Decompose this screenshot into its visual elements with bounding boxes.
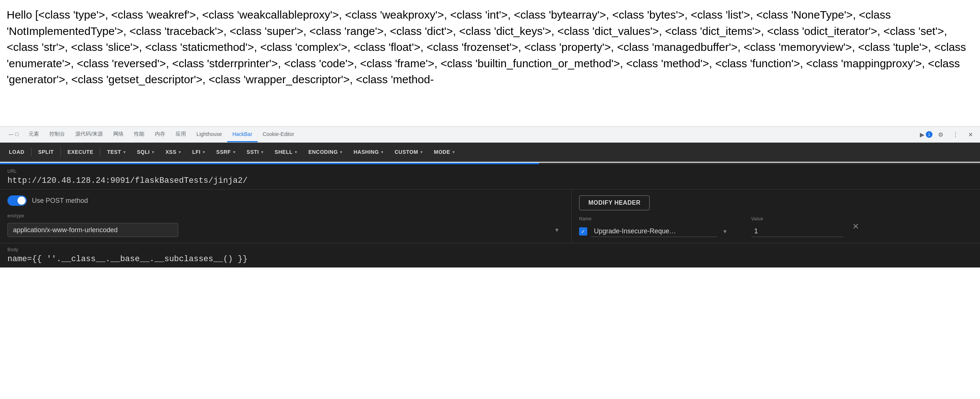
page-text: Hello [<class 'type'>, <class 'weakref'>… [7, 8, 966, 85]
hashing-label: HASHING [354, 149, 379, 155]
header-fields: Name ✓ ▼ Value ✕ [579, 216, 972, 237]
execute-label: EXECUTE [68, 149, 94, 155]
tab-app[interactable]: 应用 [170, 127, 191, 142]
sqli-arrow: ▼ [151, 150, 155, 154]
rect-icon: □ [15, 131, 18, 137]
toggle-switch[interactable] [8, 195, 27, 206]
badge: 1 [926, 131, 932, 138]
header-delete-button[interactable]: ✕ [851, 220, 861, 233]
header-value-label: Value [751, 216, 843, 222]
encoding-button[interactable]: ENCODING ▼ [304, 147, 348, 157]
toolbar-separator-3 [100, 147, 100, 156]
page-content: Hello [<class 'type'>, <class 'weakref'>… [0, 0, 980, 126]
tab-label: 控制台 [49, 131, 65, 137]
tab-source[interactable]: 源代码/来源 [70, 127, 108, 142]
split-button[interactable]: SPLIT [34, 147, 58, 157]
encoding-label: ENCODING [309, 149, 338, 155]
shell-button[interactable]: SHELL ▼ [270, 147, 302, 157]
sqli-label: SQLI [137, 149, 150, 155]
left-options: Use POST method enctype application/x-ww… [0, 190, 572, 243]
split-label: SPLIT [38, 149, 54, 155]
ssti-button[interactable]: SSTI ▼ [242, 147, 269, 157]
body-section: Body [0, 243, 980, 268]
settings-button[interactable]: ⚙ [934, 128, 947, 141]
xss-button[interactable]: XSS ▼ [161, 147, 186, 157]
use-post-label: Use POST method [32, 197, 88, 205]
body-input[interactable] [8, 254, 972, 264]
tab-cookie-editor[interactable]: Cookie-Editor [258, 127, 299, 142]
close-button[interactable]: ✕ [964, 128, 977, 141]
custom-label: CUSTOM [395, 149, 418, 155]
load-button[interactable]: LOAD [5, 147, 29, 157]
lfi-button[interactable]: LFI ▼ [188, 147, 210, 157]
tab-label: Lighthouse [196, 131, 222, 137]
tab-label: 元素 [29, 131, 39, 137]
console-icon: ▶ [920, 131, 924, 138]
header-name-col: Name ✓ ▼ [579, 216, 729, 237]
tab-label: HackBar [232, 131, 253, 137]
lfi-arrow: ▼ [202, 150, 206, 154]
modify-header-button[interactable]: MODIFY HEADER [579, 195, 650, 210]
shell-arrow: ▼ [294, 150, 298, 154]
url-label: URL [8, 169, 972, 174]
header-name-row: ✓ ▼ [579, 226, 729, 237]
ssti-arrow: ▼ [260, 150, 264, 154]
test-label: TEST [107, 149, 121, 155]
hackbar-toolbar: LOAD SPLIT EXECUTE TEST ▼ SQLI ▼ XSS ▼ L… [0, 143, 980, 162]
hashing-arrow: ▼ [380, 150, 384, 154]
cursor-icon: ⸻ [8, 131, 13, 137]
tab-yuansu[interactable]: 元素 [23, 127, 44, 142]
header-name-dropdown[interactable]: ▼ [721, 227, 729, 236]
header-value-input[interactable] [751, 226, 843, 237]
tab-kongzhi[interactable]: 控制台 [44, 127, 70, 142]
encoding-arrow: ▼ [339, 150, 343, 154]
url-input[interactable] [8, 176, 972, 185]
ssrf-label: SSRF [216, 149, 231, 155]
url-section: URL [0, 164, 980, 190]
mode-button[interactable]: MODE ▼ [430, 147, 460, 157]
custom-button[interactable]: CUSTOM ▼ [390, 147, 428, 157]
tab-inspect[interactable]: ⸻ □ [3, 127, 23, 142]
tab-lighthouse[interactable]: Lighthouse [191, 127, 227, 142]
tab-label: 网络 [113, 131, 124, 137]
right-options: MODIFY HEADER Name ✓ ▼ Value ✕ [572, 190, 980, 243]
modify-header-label: MODIFY HEADER [589, 200, 640, 206]
tab-label: Cookie-Editor [263, 131, 294, 137]
select-arrow-icon: ▼ [554, 227, 559, 233]
console-badge: ▶ 1 [920, 131, 932, 138]
xss-label: XSS [165, 149, 177, 155]
devtools-tabbar: ⸻ □ 元素 控制台 源代码/来源 网络 性能 内存 应用 Lighthouse… [0, 126, 980, 143]
gear-icon: ⚙ [938, 131, 943, 138]
tab-hackbar[interactable]: HackBar [227, 127, 258, 142]
tab-network[interactable]: 网络 [108, 127, 129, 142]
toggle-thumb [18, 196, 25, 205]
tab-perf[interactable]: 性能 [129, 127, 150, 142]
more-button[interactable]: ⋮ [949, 128, 962, 141]
test-arrow: ▼ [123, 150, 126, 154]
enctype-section: enctype application/x-www-form-urlencode… [8, 213, 564, 237]
mode-label: MODE [434, 149, 450, 155]
header-checkbox[interactable]: ✓ [579, 227, 587, 236]
close-icon: ✕ [968, 131, 973, 138]
more-icon: ⋮ [953, 131, 958, 138]
tab-memory[interactable]: 内存 [150, 127, 170, 142]
enctype-select-wrap: application/x-www-form-urlencoded multip… [8, 223, 564, 237]
ssrf-arrow: ▼ [232, 150, 236, 154]
header-name-label: Name [579, 216, 729, 222]
hashing-button[interactable]: HASHING ▼ [349, 147, 389, 157]
devtools-right-icons: ▶ 1 ⚙ ⋮ ✕ [920, 128, 977, 141]
header-name-input[interactable] [591, 226, 717, 237]
ssrf-button[interactable]: SSRF ▼ [212, 147, 241, 157]
execute-button[interactable]: EXECUTE [63, 147, 98, 157]
toggle-track[interactable] [8, 195, 27, 206]
enctype-select[interactable]: application/x-www-form-urlencoded multip… [8, 223, 178, 237]
options-row: Use POST method enctype application/x-ww… [0, 190, 980, 243]
sqli-button[interactable]: SQLI ▼ [132, 147, 160, 157]
tab-label: 源代码/来源 [75, 131, 103, 137]
test-button[interactable]: TEST ▼ [102, 147, 130, 157]
hackbar-content: URL Use POST method enctype application/… [0, 164, 980, 268]
custom-arrow: ▼ [420, 150, 423, 154]
post-toggle-row: Use POST method [8, 195, 564, 206]
ssti-label: SSTI [247, 149, 259, 155]
body-label: Body [8, 247, 972, 252]
